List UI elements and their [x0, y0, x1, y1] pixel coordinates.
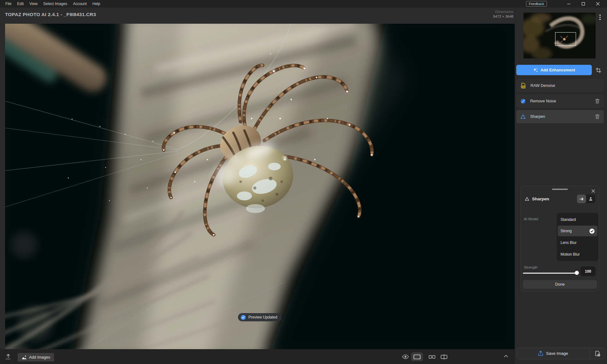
- menu-select-images[interactable]: Select Images: [40, 0, 70, 8]
- preview-updated-toast: Preview Updated: [238, 313, 282, 321]
- minimize-icon: [567, 2, 571, 6]
- menu-edit[interactable]: Edit: [14, 0, 27, 8]
- close-icon: [596, 2, 600, 6]
- model-option-lens-blur[interactable]: Lens Blur: [558, 237, 598, 248]
- filter-raw-denoise[interactable]: RAW RAW Denoise: [516, 79, 604, 92]
- settings-sliders-toggle[interactable]: [577, 195, 586, 203]
- preview-original-eye-icon[interactable]: [402, 355, 409, 359]
- filter-label: Remove Noise: [530, 99, 591, 103]
- add-images-button[interactable]: Add Images: [18, 353, 54, 361]
- menu-file[interactable]: File: [3, 0, 14, 8]
- delete-filter-trash-icon[interactable]: [595, 114, 600, 119]
- model-label: Standard: [561, 217, 576, 222]
- save-image-label: Save Image: [546, 351, 568, 356]
- menu-items: File Edit View Select Images Account Hel…: [0, 0, 103, 8]
- filter-remove-noise[interactable]: Remove Noise: [516, 94, 604, 108]
- export-settings-icon: [595, 351, 600, 356]
- add-images-label: Add Images: [29, 355, 50, 360]
- model-option-strong[interactable]: Strong: [558, 226, 598, 236]
- sharpen-settings-panel: Sharpen AI Model: [521, 186, 599, 291]
- bottom-toolbar: Add Images − +: [0, 349, 515, 364]
- menu-bar: File Edit View Select Images Account Hel…: [0, 0, 607, 8]
- navigator-thumbnail[interactable]: [524, 13, 596, 58]
- menu-view[interactable]: View: [27, 0, 40, 8]
- raw-file-icon: RAW: [520, 83, 526, 88]
- strength-value[interactable]: 100: [580, 266, 596, 276]
- filter-label: Sharpen: [530, 114, 591, 119]
- close-button[interactable]: [591, 2, 605, 6]
- subject-selection-toggle[interactable]: [586, 195, 595, 203]
- filter-label: RAW Denoise: [530, 83, 600, 88]
- sliders-icon: [579, 197, 584, 201]
- split-view-icon: [441, 354, 447, 360]
- model-label: Strong: [561, 229, 572, 233]
- single-view-button[interactable]: [411, 352, 423, 361]
- zoom-menu-caret-icon[interactable]: [504, 355, 508, 357]
- strength-slider[interactable]: [523, 273, 577, 274]
- export-settings-button[interactable]: [590, 348, 605, 359]
- right-sidebar: Add Enhancement RAW RAW Denoise Remove N…: [515, 8, 607, 364]
- feedback-button[interactable]: Feedback: [526, 1, 547, 7]
- save-image-row: Save Image: [516, 348, 605, 359]
- person-icon: [589, 197, 593, 201]
- crop-button[interactable]: [594, 65, 603, 75]
- selected-check-icon: [589, 228, 595, 234]
- close-icon: [592, 189, 595, 193]
- spider-photo-preview: [5, 24, 515, 349]
- navigator-viewport[interactable]: [555, 32, 576, 46]
- model-label: Motion Blur: [561, 252, 580, 257]
- model-label: Lens Blur: [561, 240, 577, 245]
- svg-text:RAW: RAW: [521, 86, 525, 87]
- check-circle-icon: [241, 315, 246, 320]
- import-images-icon[interactable]: [5, 353, 11, 360]
- topaz-photo-ai-window: File Edit View Select Images Account Hel…: [0, 0, 607, 364]
- panel-drag-handle[interactable]: [552, 189, 568, 190]
- menu-help[interactable]: Help: [89, 0, 103, 8]
- sharpen-icon: [525, 197, 529, 201]
- side-by-side-icon: [429, 355, 435, 359]
- image-icon: [21, 355, 27, 360]
- toast-label: Preview Updated: [248, 315, 277, 319]
- sparkles-icon: [533, 68, 538, 73]
- dimensions-label: Dimensions: [493, 9, 513, 14]
- panel-title: Sharpen: [532, 197, 549, 201]
- page-title: TOPAZ PHOTO AI 2.4.1 - _F9I8431.CR3: [5, 12, 96, 17]
- model-option-standard[interactable]: Standard: [558, 214, 598, 225]
- remove-noise-icon: [520, 99, 526, 104]
- panel-view-toggle: [577, 195, 595, 203]
- save-image-button[interactable]: Save Image: [517, 348, 590, 359]
- maximize-icon: [581, 2, 585, 6]
- model-option-motion-blur[interactable]: Motion Blur: [558, 249, 598, 260]
- save-upload-icon: [538, 351, 543, 356]
- menu-account[interactable]: Account: [70, 0, 89, 8]
- split-view-button[interactable]: [438, 352, 450, 361]
- add-enhancement-label: Add Enhancement: [541, 68, 575, 72]
- delete-filter-trash-icon[interactable]: [595, 99, 600, 104]
- minimize-button[interactable]: [561, 2, 576, 6]
- filter-sharpen[interactable]: Sharpen: [516, 110, 604, 123]
- strength-label: Strength: [524, 265, 537, 269]
- crop-icon: [596, 67, 601, 73]
- done-button[interactable]: Done: [523, 280, 597, 289]
- window-controls: Feedback: [526, 0, 607, 8]
- sharpen-filter-icon: [520, 114, 526, 119]
- image-dimensions: Dimensions 5472 × 3648: [493, 9, 513, 19]
- image-canvas[interactable]: Preview Updated: [5, 24, 515, 349]
- single-view-icon: [414, 355, 420, 359]
- kebab-menu-icon[interactable]: [598, 15, 603, 23]
- ai-model-label: AI Model: [524, 217, 538, 221]
- panel-close-button[interactable]: [590, 188, 596, 194]
- side-by-side-view-button[interactable]: [426, 352, 438, 361]
- maximize-button[interactable]: [576, 2, 591, 6]
- strength-slider-knob[interactable]: [575, 271, 579, 275]
- dimensions-value: 5472 × 3648: [493, 14, 513, 19]
- add-enhancement-button[interactable]: Add Enhancement: [516, 65, 592, 75]
- ai-model-list: Standard Strong Lens Blur Motion Blur: [557, 213, 598, 261]
